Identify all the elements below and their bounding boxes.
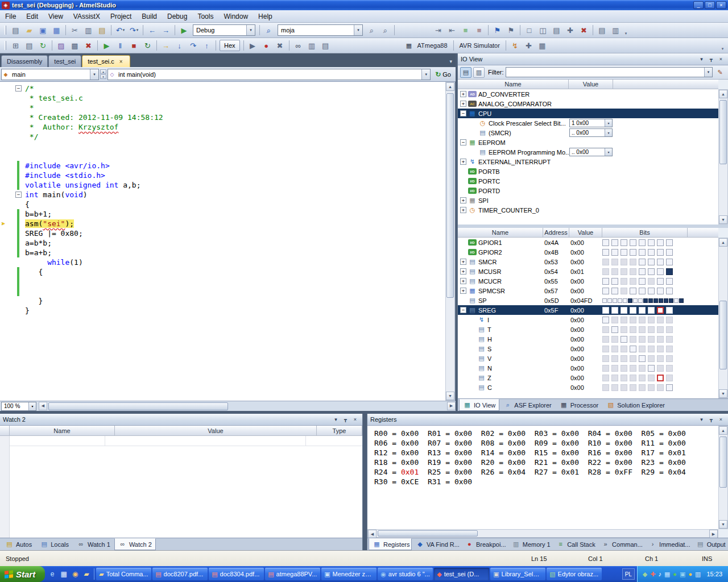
bit-checkbox[interactable]: [602, 249, 609, 256]
register-row-gpior1[interactable]: I/OGPIOR10x4A0x00: [458, 238, 718, 247]
task-doc8207-pdf[interactable]: ▤doc8207.pdf...: [152, 568, 208, 580]
window-menu-icon[interactable]: ▾: [332, 416, 340, 423]
toolbox-button[interactable]: ✚: [564, 24, 577, 36]
bit-checkbox[interactable]: [611, 346, 618, 352]
value-dropdown-smcr[interactable]: .. 0x00▾: [569, 128, 613, 137]
build-solution-button[interactable]: ▨: [55, 39, 68, 52]
column-header-name[interactable]: Name: [458, 80, 569, 89]
bit-checkbox[interactable]: [669, 298, 673, 303]
next-bookmark-button[interactable]: ⚑: [504, 24, 518, 36]
tab-immediat[interactable]: ›Immediat...: [644, 538, 692, 550]
scrollbar-thumb[interactable]: [48, 402, 228, 410]
tree-item-smcr[interactable]: ▤(SMCR).. 0x00▾: [458, 128, 718, 138]
expand-icon[interactable]: +: [460, 91, 466, 97]
code-line[interactable]: b=a+b;: [0, 248, 445, 257]
chevron-down-icon[interactable]: ▾: [421, 69, 430, 80]
safely-remove-icon[interactable]: ◆: [643, 571, 647, 577]
rebuild-solution-button[interactable]: ▩: [68, 39, 81, 52]
menu-help[interactable]: Help: [253, 10, 278, 22]
spin-down-icon[interactable]: ▾: [100, 74, 106, 79]
menu-file[interactable]: File: [0, 10, 21, 22]
memory-window-button[interactable]: ▥: [305, 39, 318, 52]
menu-tools[interactable]: Tools: [192, 10, 218, 22]
code-line[interactable]: [0, 277, 445, 286]
bit-checkbox[interactable]: [666, 384, 673, 391]
save-all-button[interactable]: ▦: [50, 24, 63, 36]
code-line[interactable]: {: [0, 199, 445, 209]
tree-item-timer-counter-0[interactable]: +◷TIMER_COUNTER_0: [458, 205, 718, 215]
scrollbar-thumb[interactable]: [719, 436, 727, 488]
bit-checkbox[interactable]: [630, 249, 636, 256]
tree-item-cpu[interactable]: −▦CPU: [458, 109, 718, 118]
bit-checkbox[interactable]: [639, 375, 646, 381]
scroll-down-icon[interactable]: ▼: [719, 215, 727, 224]
bit-checkbox[interactable]: [648, 288, 655, 294]
split-window-button[interactable]: ◫: [536, 24, 549, 36]
code-line[interactable]: {: [0, 267, 445, 277]
redo-button[interactable]: ↷▾: [127, 24, 140, 36]
bit-checkbox[interactable]: [648, 317, 655, 323]
show-all-files-button[interactable]: ▤: [23, 39, 36, 52]
bit-checkbox[interactable]: [666, 249, 673, 256]
bit-checkbox[interactable]: [657, 278, 664, 285]
bit-checkbox[interactable]: [611, 317, 618, 323]
menu-vassistx[interactable]: VAssistX: [68, 10, 105, 22]
tree-item-eeprom[interactable]: −▦EEPROM: [458, 138, 718, 147]
start-button[interactable]: Start: [0, 566, 45, 582]
bit-checkbox[interactable]: [666, 326, 673, 333]
register-row-c[interactable]: ▤C0x00: [458, 383, 718, 392]
show-next-statement-button[interactable]: →: [159, 39, 172, 52]
code-line[interactable]: * Created: 2012-11-09 14:58:12: [0, 113, 445, 122]
watch-header-name[interactable]: Name: [10, 426, 115, 436]
editor-vertical-scrollbar[interactable]: ▲▼: [445, 82, 455, 401]
bit-checkbox[interactable]: [630, 278, 636, 285]
bit-checkbox[interactable]: [679, 298, 684, 303]
bit-checkbox[interactable]: [639, 268, 646, 275]
continue-button[interactable]: ▶: [100, 39, 113, 52]
members-dropdown[interactable]: ◇ int main(void) ▾: [107, 69, 431, 80]
task-avr-studio-6[interactable]: ◉avr studio 6 "...: [378, 568, 433, 580]
bit-checkbox[interactable]: [657, 288, 664, 294]
chevron-down-icon[interactable]: ▾: [704, 68, 712, 77]
updates-icon[interactable]: ●: [688, 571, 692, 577]
register-row-t[interactable]: ▤T0x00: [458, 325, 718, 334]
code-line[interactable]: }: [0, 296, 445, 306]
toolbar-grip[interactable]: [5, 26, 6, 35]
tab-comman[interactable]: »Comman...: [597, 538, 644, 550]
close-button[interactable]: ×: [716, 1, 726, 9]
pin-icon[interactable]: ┳: [341, 416, 350, 423]
bit-checkbox[interactable]: [621, 375, 627, 381]
zoom-control[interactable]: 100 % ▾: [1, 402, 36, 411]
open-file-button[interactable]: ▰: [23, 24, 36, 36]
chevron-down-icon[interactable]: ▾: [28, 402, 36, 410]
bit-checkbox[interactable]: [648, 249, 655, 256]
bit-checkbox[interactable]: [648, 268, 655, 275]
fold-toggle-icon[interactable]: −: [15, 192, 22, 198]
bit-checkbox[interactable]: [621, 355, 627, 362]
grid-header-bits[interactable]: Bits: [602, 228, 688, 238]
bit-checkbox[interactable]: [618, 298, 622, 303]
bit-checkbox[interactable]: [621, 249, 627, 256]
menu-build[interactable]: Build: [136, 10, 162, 22]
view-mode-list-button[interactable]: ▤: [460, 67, 471, 78]
tree-item-external-interrupt[interactable]: +↯EXTERNAL_INTERRUPT: [458, 157, 718, 167]
bit-checkbox[interactable]: [630, 336, 636, 343]
chevron-down-icon[interactable]: ▾: [354, 25, 362, 35]
value-dropdown-eeprom-programming-mo[interactable]: .. 0x00▾: [569, 148, 613, 156]
indent-button[interactable]: ⇥: [432, 24, 445, 36]
tab-call-stack[interactable]: ≡Call Stack: [552, 538, 597, 550]
code-line[interactable]: * Author: Krzysztof: [0, 122, 445, 132]
task-edytor-obraz[interactable]: ▧Edytor obraz...: [547, 568, 602, 580]
expand-icon[interactable]: +: [460, 207, 466, 213]
spin-up-icon[interactable]: ▴: [100, 69, 106, 74]
bit-checkbox[interactable]: [657, 268, 664, 275]
bit-checkbox[interactable]: [602, 384, 609, 391]
bit-checkbox[interactable]: [611, 326, 618, 333]
bit-checkbox[interactable]: [630, 268, 636, 275]
bit-checkbox[interactable]: [653, 298, 658, 303]
break-all-button[interactable]: ‖: [114, 39, 127, 52]
fold-toggle-icon[interactable]: −: [15, 85, 22, 92]
scrollbar-thumb[interactable]: [719, 100, 727, 164]
toolbar-grip[interactable]: [5, 41, 6, 50]
grid-header-value[interactable]: Value: [569, 228, 602, 238]
